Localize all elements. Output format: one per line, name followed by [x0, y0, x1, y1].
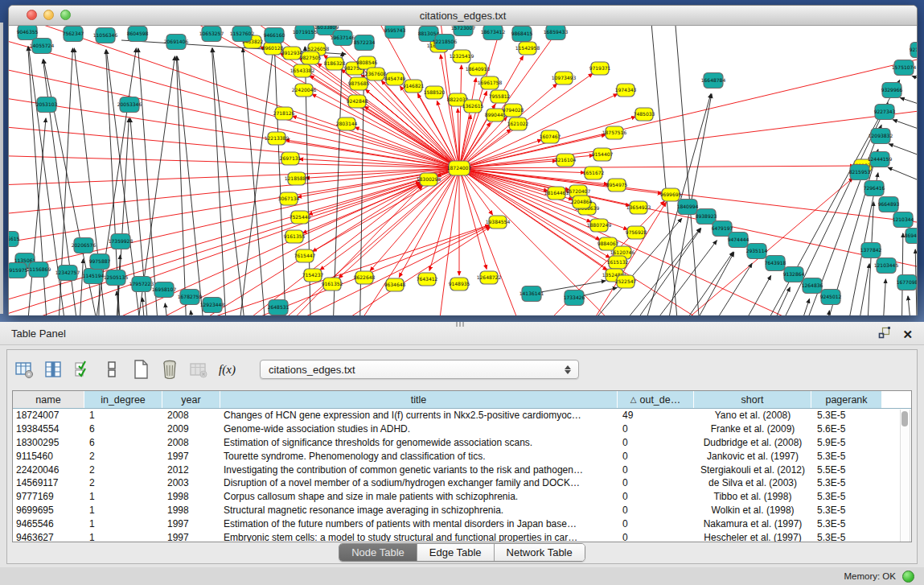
graph-edge[interactable] — [365, 89, 459, 168]
select-all-icon[interactable] — [72, 359, 93, 381]
graph-canvas[interactable]: 9463822896012889129341522605898275058186… — [9, 26, 917, 315]
graph-edge[interactable] — [662, 252, 733, 315]
column-header-pagerank[interactable]: pagerank — [811, 391, 882, 408]
graph-edge[interactable] — [78, 259, 83, 315]
graph-edge[interactable] — [25, 118, 46, 315]
cell-out_de[interactable]: 0 — [618, 464, 694, 476]
graph-edge[interactable] — [459, 78, 476, 168]
graph-edge[interactable] — [649, 26, 680, 315]
manage-columns-icon[interactable] — [43, 359, 64, 381]
zoom-window-button[interactable] — [60, 10, 71, 20]
splitter-grip[interactable] — [456, 322, 466, 327]
cell-out_de[interactable]: 0 — [618, 423, 694, 435]
cell-title[interactable]: Corpus callosum shape and size in male p… — [220, 491, 618, 502]
cell-pagerank[interactable]: 5.5E-5 — [811, 464, 882, 476]
graph-edge[interactable] — [908, 296, 914, 315]
cell-title[interactable]: Investigating the contribution of common… — [220, 464, 618, 476]
cell-short[interactable]: Jankovic et al. (1997) — [694, 451, 811, 462]
cell-year[interactable]: 1998 — [162, 491, 220, 502]
cell-short[interactable]: de Silva et al. (2003) — [694, 477, 811, 488]
cell-year[interactable]: 2003 — [162, 477, 220, 488]
table-row[interactable]: 1938455462009Genome-wide association stu… — [13, 422, 911, 436]
function-builder-icon[interactable]: f(x) — [216, 359, 238, 381]
table-scrollbar[interactable] — [900, 410, 910, 542]
table-row[interactable]: 1830029562008Estimation of significance … — [13, 436, 911, 450]
cell-out_de[interactable]: 0 — [618, 505, 694, 516]
cell-title[interactable]: Changes of HCN gene expression and I(f) … — [220, 410, 618, 421]
delete-table-icon[interactable] — [158, 359, 180, 381]
cell-short[interactable]: Nakamura et al. (1997) — [694, 518, 811, 529]
graph-edge[interactable] — [212, 48, 248, 315]
graph-edge[interactable] — [355, 127, 459, 168]
close-panel-icon[interactable]: ✕ — [902, 328, 913, 340]
cell-out_de[interactable]: 0 — [618, 437, 694, 448]
table-row[interactable]: 969969511998Structural magnetic resonanc… — [13, 504, 911, 517]
cell-year[interactable]: 2009 — [162, 423, 220, 435]
create-table-icon[interactable] — [129, 359, 151, 381]
graph-edge[interactable] — [236, 50, 273, 315]
cell-out_de[interactable]: 0 — [618, 532, 694, 542]
cell-name[interactable]: 9115460 — [13, 451, 84, 462]
cell-in_degree[interactable]: 1 — [84, 532, 162, 542]
graph-edge[interactable] — [889, 144, 917, 167]
cell-short[interactable]: Yano et al. (2008) — [694, 410, 811, 421]
table-row[interactable]: 977716911998Corpus callosum shape and si… — [13, 490, 911, 504]
column-header-out_de[interactable]: △out_de… — [618, 391, 694, 408]
cell-short[interactable]: Stergiakouli et al. (2012) — [694, 464, 811, 476]
table-row[interactable]: 946362711997Embryonic stem cells: a mode… — [13, 530, 911, 542]
table-row[interactable]: 911546021997Tourette syndrome. Phenomeno… — [13, 449, 911, 463]
cell-short[interactable]: Tibbo et al. (1998) — [694, 491, 811, 502]
graph-edge[interactable] — [912, 76, 917, 92]
cell-name[interactable]: 18724007 — [13, 410, 84, 421]
graph-edge[interactable] — [364, 106, 459, 168]
cell-in_degree[interactable]: 6 — [84, 437, 162, 448]
graph-edge[interactable] — [673, 26, 702, 315]
table-row[interactable]: 1456911722003Disruption of a novel membe… — [13, 476, 911, 490]
cell-pagerank[interactable]: 5.3E-5 — [811, 518, 882, 529]
cell-pagerank[interactable]: 5.3E-5 — [811, 491, 882, 502]
graph-edge[interactable] — [459, 168, 487, 269]
cell-pagerank[interactable]: 5.3E-5 — [811, 451, 882, 462]
cell-out_de[interactable]: 49 — [618, 410, 694, 421]
graph-edge[interactable] — [888, 167, 917, 193]
float-panel-icon[interactable] — [878, 327, 891, 342]
cell-title[interactable]: Estimation of significance thresholds fo… — [220, 437, 618, 448]
cell-year[interactable]: 2012 — [162, 464, 220, 476]
graph-edge[interactable] — [9, 154, 459, 168]
graph-edge[interactable] — [459, 117, 507, 168]
graph-edge[interactable] — [791, 299, 810, 315]
graph-edge[interactable] — [191, 311, 195, 315]
cell-in_degree[interactable]: 6 — [84, 423, 162, 435]
cell-name[interactable]: 14569117 — [13, 477, 84, 488]
graph-edge[interactable] — [459, 168, 548, 191]
cell-year[interactable]: 2008 — [162, 437, 220, 448]
cell-in_degree[interactable]: 2 — [84, 451, 162, 462]
cell-title[interactable]: Tourette syndrome. Phenomenology and cla… — [220, 451, 618, 462]
graph-edge[interactable] — [459, 166, 854, 168]
graph-edge[interactable] — [881, 279, 885, 315]
cell-year[interactable]: 1997 — [162, 532, 220, 542]
cell-pagerank[interactable]: 5.3E-5 — [811, 410, 882, 421]
cell-short[interactable]: Dudbridge et al. (2008) — [694, 437, 811, 448]
graph-edge[interactable] — [823, 311, 829, 315]
network-view-window[interactable]: citations_edges.txt 94638228960128891293… — [8, 5, 918, 315]
cell-title[interactable]: Genome-wide association studies in ADHD. — [220, 423, 618, 435]
graph-edge[interactable] — [320, 168, 459, 270]
cell-name[interactable]: 18300295 — [13, 437, 84, 448]
table-row[interactable]: 2242004622012Investigating the contribut… — [13, 463, 911, 476]
graph-edge[interactable] — [459, 52, 917, 168]
cell-name[interactable]: 19384554 — [13, 423, 84, 435]
cell-out_de[interactable]: 0 — [618, 491, 694, 502]
cell-year[interactable]: 1997 — [162, 518, 220, 529]
cell-pagerank[interactable]: 5.3E-5 — [811, 532, 882, 542]
graph-edge[interactable] — [459, 65, 462, 168]
graph-edge[interactable] — [893, 120, 917, 140]
column-header-short[interactable]: short — [694, 391, 811, 408]
row-options-icon[interactable] — [101, 359, 122, 381]
cell-year[interactable]: 1997 — [162, 451, 220, 462]
cell-title[interactable]: Disruption of a novel member of a sodium… — [220, 477, 618, 488]
cell-name[interactable]: 9699695 — [13, 505, 84, 516]
cell-short[interactable]: Wolkin et al. (1998) — [694, 505, 811, 516]
graph-edge[interactable] — [9, 123, 459, 168]
graph-edge[interactable] — [274, 50, 287, 315]
